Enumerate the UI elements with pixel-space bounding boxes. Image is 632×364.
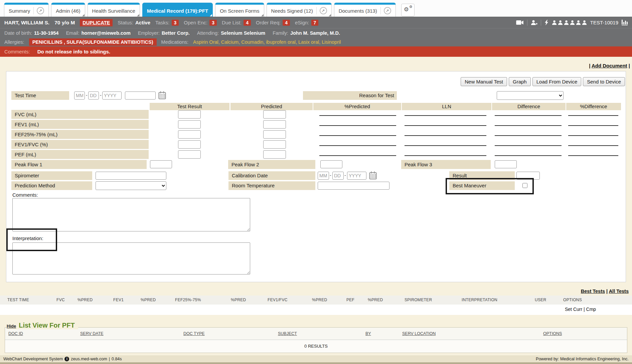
by-header[interactable]: BY (365, 331, 371, 336)
person-icon[interactable] (576, 20, 581, 25)
reason-for-test-select[interactable] (497, 91, 564, 100)
fvc-predicted-input[interactable] (263, 110, 286, 119)
result-input[interactable] (516, 172, 540, 180)
tab-admin-label: Admin (46) (56, 8, 80, 14)
medications-list: Aspirin Oral, Calcium, Coumadin, ibuprof… (193, 39, 341, 45)
esign-count-badge[interactable]: 7 (311, 20, 319, 26)
employer-value: Better Corp. (162, 30, 190, 36)
date-separator: - (330, 173, 331, 178)
fvc-lln-line (405, 115, 486, 116)
col-header-pct-predicted: %Predicted (313, 103, 401, 110)
hide-link[interactable]: Hide (7, 324, 16, 329)
subject-header[interactable]: SUBJECT (278, 331, 297, 336)
due-list-count-badge[interactable]: 4 (244, 20, 251, 26)
tab-medical-record[interactable]: Medical Record (179):PFT (142, 3, 213, 17)
info-icon[interactable]: i (64, 357, 69, 361)
pef-predicted-input[interactable] (263, 150, 286, 159)
doc-id-header[interactable]: DOC ID (8, 331, 23, 336)
tasks-count-badge[interactable]: 3 (172, 20, 179, 26)
popout-icon[interactable]: ↗ (384, 7, 391, 14)
fev1-test-result-input[interactable] (178, 120, 201, 129)
col-header-test-result: Test Result (150, 103, 229, 110)
room-temperature-input[interactable] (318, 182, 389, 190)
tab-health-surveillance[interactable]: Health Surveillance (88, 3, 140, 17)
tab-documents[interactable]: Documents (313) ↗ (334, 3, 396, 17)
date-separator: - (86, 93, 88, 98)
popout-icon[interactable]: ↗ (37, 7, 44, 14)
fev1-fvc-pct-predicted-line (319, 145, 396, 146)
test-time-year-input[interactable] (102, 92, 122, 100)
calibration-day-input[interactable] (332, 172, 344, 180)
person-icon[interactable] (564, 20, 569, 25)
add-document-wrap: | Add Document | (589, 63, 630, 68)
serv-location-header[interactable]: SERV LOCATION (402, 331, 436, 336)
popout-icon[interactable]: ↗ (320, 7, 327, 14)
settings-gear-button[interactable]: ⚙ ⚙ (401, 4, 415, 16)
footer-render-time: 0.84s (112, 357, 122, 361)
calibration-year-input[interactable] (347, 172, 366, 180)
col-header-lln: LLN (402, 103, 491, 110)
fev1-fvc-predicted-input[interactable] (263, 140, 286, 149)
add-person-icon[interactable] (531, 20, 537, 25)
tab-summary[interactable]: Summary ↗ (4, 3, 49, 17)
prediction-method-select[interactable] (96, 181, 166, 190)
fef2575-test-result-input[interactable] (178, 130, 201, 139)
patient-age-sex: 70 y/o M (54, 20, 75, 26)
fef2575-pct-difference-line (568, 135, 618, 136)
tab-summary-label: Summary (9, 8, 30, 14)
interpretation-textarea[interactable] (12, 242, 250, 275)
fef2575-predicted-input[interactable] (263, 130, 286, 139)
email-value: horner@mieweb.com (82, 30, 131, 36)
tab-on-screen-forms[interactable]: On Screen Forms (215, 3, 264, 17)
new-manual-test-button[interactable]: New Manual Test (461, 77, 507, 86)
best-maneuver-checkbox[interactable] (522, 183, 527, 188)
all-tests-link[interactable]: All Tests (609, 289, 629, 294)
add-document-link[interactable]: Add Document (592, 63, 627, 68)
serv-date-header[interactable]: SERV DATE (80, 331, 104, 336)
peak-flow-3-input[interactable] (495, 160, 517, 168)
comments-bar-text: Do not release info to siblings. (37, 49, 110, 54)
lightning-bolt-icon[interactable] (544, 20, 548, 25)
send-to-device-button[interactable]: Send to Device (583, 77, 625, 86)
comments-textarea[interactable] (12, 198, 250, 231)
doc-type-header[interactable]: DOC TYPE (183, 331, 205, 336)
set-curr-cmp-links[interactable]: Set Curr | Cmp (565, 307, 596, 312)
peak-flow-1-input[interactable] (150, 160, 172, 168)
video-camera-icon[interactable] (516, 20, 524, 25)
calendar-icon[interactable] (158, 91, 166, 100)
fev1-fvc-test-result-input[interactable] (178, 140, 201, 149)
options-header[interactable]: OPTIONS (543, 331, 562, 336)
load-from-device-button[interactable]: Load From Device (532, 77, 582, 86)
best-tests-link[interactable]: Best Tests (581, 289, 605, 294)
empty-results-row: 0 RESULTS (5, 340, 627, 353)
bar-chart-icon[interactable] (622, 20, 628, 25)
calibration-month-input[interactable] (318, 172, 329, 180)
calendar-icon[interactable] (369, 171, 377, 180)
fvc-test-result-input[interactable] (178, 110, 201, 119)
spirometer-input[interactable] (96, 172, 166, 180)
test-time-month-input[interactable] (74, 92, 85, 100)
allergies-badge: PENICILLINS , SULFA(SULFONAMIDE ANTIBIOT… (29, 38, 157, 46)
duplicate-badge[interactable]: DUPLICATE (80, 19, 113, 26)
tab-needs-signed[interactable]: Needs Signed (12) ↗ (267, 3, 332, 17)
gear-icon: ⚙ (404, 7, 409, 12)
tab-documents-label: Documents (313) (339, 8, 377, 14)
open-enc-count-badge[interactable]: 3 (209, 20, 217, 26)
order-req-count-badge[interactable]: 4 (283, 20, 290, 26)
test-time-day-input[interactable] (88, 92, 99, 100)
test-time-time-input[interactable] (125, 92, 156, 100)
graph-button[interactable]: Graph (509, 77, 531, 86)
date-separator: - (100, 93, 102, 98)
results-table-header: TEST TIME FVC %PRED FEV1 %PRED FEF25%-75… (0, 296, 632, 305)
person-icon[interactable] (582, 20, 587, 25)
tab-admin[interactable]: Admin (46) (51, 3, 85, 17)
peak-flow-2-input[interactable] (320, 160, 342, 168)
dob-value: 11-30-1954 (34, 30, 58, 36)
fev1-predicted-input[interactable] (263, 120, 286, 129)
pef-test-result-input[interactable] (178, 150, 201, 159)
person-icon[interactable] (558, 20, 563, 25)
results-col-fvc: FVC (56, 296, 65, 305)
person-icon[interactable] (552, 20, 557, 25)
peak-flow-1-label: Peak Flow 1 (11, 160, 147, 169)
person-icon[interactable] (570, 20, 575, 25)
